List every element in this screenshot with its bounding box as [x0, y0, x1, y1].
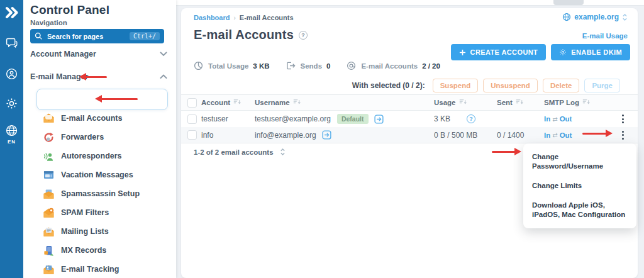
- forwarders-icon: [43, 131, 55, 143]
- purge-button[interactable]: Purge: [584, 79, 620, 92]
- sidebar-section-email-manager[interactable]: E-mail Manager: [23, 69, 176, 84]
- sidebar-item-mailing-lists[interactable]: Mailing Lists: [23, 222, 176, 241]
- search-input[interactable]: Search for pages Ctrl+/: [30, 29, 164, 43]
- enable-dkim-button[interactable]: ENABLE DKIM: [551, 44, 630, 60]
- sidebar-items: E-mail AccountsForwardersAutorespondersV…: [23, 109, 176, 278]
- sidebar-title: Control Panel: [30, 3, 109, 17]
- row-checkbox[interactable]: [187, 114, 197, 124]
- app-rail: EN: [0, 0, 23, 278]
- row-menu-kebab-icon[interactable]: [616, 113, 629, 125]
- menu-item-change-password-username[interactable]: Change Password/Username: [523, 147, 636, 176]
- unsuspend-button[interactable]: Unsuspend: [483, 79, 538, 92]
- pagination: 1-2 of 2 email accounts: [194, 148, 286, 156]
- username-cell: testuser@example.org Default: [255, 114, 434, 125]
- plus-icon: [459, 49, 466, 56]
- menu-item-download-apple-ios-ipados-mac-configurat[interactable]: Download Apple iOS, iPadOS, Mac Configur…: [523, 196, 636, 225]
- domain-selector[interactable]: example.org: [562, 13, 628, 21]
- sort-icon[interactable]: [516, 99, 524, 106]
- pagination-label: 1-2 of 2 email accounts: [194, 148, 274, 156]
- app-logo-icon[interactable]: [3, 3, 21, 21]
- email-tracking-icon: [43, 264, 55, 275]
- with-selected-toolbar: With selected (0 / 2): SuspendUnsuspendD…: [352, 79, 620, 92]
- domain-name: example.org: [574, 13, 619, 21]
- globe-small-icon: [562, 13, 571, 21]
- sidebar-item-vacation-messages[interactable]: Vacation Messages: [23, 165, 176, 184]
- smtp-out-link[interactable]: Out: [560, 115, 572, 123]
- usage-cell: 0 B / 500 MB: [434, 131, 497, 140]
- sort-icon[interactable]: [233, 99, 242, 106]
- row-checkbox[interactable]: [187, 130, 197, 140]
- username-cell: info@example.org: [255, 130, 434, 140]
- stat-sends: Sends0: [286, 61, 331, 71]
- sidebar-item-spamassassin-setup[interactable]: Spamassassin Setup: [23, 184, 176, 203]
- caret-updown-icon: [622, 13, 628, 21]
- select-all-checkbox[interactable]: [187, 98, 197, 108]
- sidebar-item-autoresponders[interactable]: Autoresponders: [23, 147, 176, 165]
- gear-small-icon: [559, 48, 567, 56]
- smtp-out-link[interactable]: Out: [560, 131, 572, 139]
- sidebar-item-forwarders[interactable]: Forwarders: [23, 128, 176, 147]
- table-row: testuser testuser@example.org Default 3 …: [181, 111, 638, 127]
- stat-total-usage: Total Usage3 KB: [194, 61, 270, 71]
- user-icon[interactable]: [5, 67, 18, 81]
- smtp-in-link[interactable]: In: [544, 115, 550, 123]
- menu-item-change-limits[interactable]: Change Limits: [523, 176, 636, 196]
- at-icon: [347, 61, 357, 71]
- topbar-button-partial: [553, 0, 584, 5]
- send-icon: [286, 61, 296, 71]
- gear-icon[interactable]: [5, 97, 18, 110]
- sidebar-item-mx-records[interactable]: MX Records: [23, 241, 176, 260]
- sort-icon[interactable]: [293, 99, 301, 106]
- pie-chart-icon: [194, 61, 204, 71]
- sidebar-item-e-mail-accounts[interactable]: E-mail Accounts: [23, 109, 176, 128]
- email-accounts-icon: [43, 113, 55, 125]
- page-title: E-mail Accounts ?: [194, 28, 308, 42]
- mailing-lists-icon: [43, 226, 55, 238]
- create-account-button[interactable]: CREATE ACCOUNT: [451, 44, 547, 60]
- delete-button[interactable]: Delete: [543, 79, 580, 92]
- breadcrumb-dashboard[interactable]: Dashboard: [194, 14, 230, 21]
- caret-updown-icon[interactable]: [280, 148, 286, 156]
- webmail-login-icon[interactable]: [374, 114, 384, 125]
- main-area: Dashboard › E-mail Accounts example.org …: [176, 0, 644, 278]
- language-label[interactable]: EN: [0, 139, 23, 145]
- usage-help-icon[interactable]: ?: [467, 114, 475, 123]
- chat-icon[interactable]: [5, 36, 18, 50]
- row-context-menu: Change Password/UsernameChange LimitsDow…: [523, 143, 636, 228]
- smtp-in-link[interactable]: In: [544, 131, 550, 139]
- email-accounts-table: Account Username Usage Sent SMTP Log tes…: [181, 94, 638, 143]
- title-help-icon[interactable]: ?: [299, 31, 308, 40]
- account-cell: testuser: [201, 114, 255, 123]
- sidebar-subtitle: Navigation: [30, 19, 67, 26]
- usage-stats: Total Usage3 KBSends0E-mail Accounts2 / …: [194, 61, 440, 71]
- sort-icon[interactable]: [459, 99, 467, 106]
- chevron-up-icon: [160, 74, 167, 79]
- header-actions: CREATE ACCOUNT ENABLE DKIM: [451, 44, 630, 60]
- mx-records-icon: [43, 245, 55, 257]
- sidebar-active-item-outline: [36, 89, 168, 110]
- usage-cell: 3 KB ?: [434, 114, 497, 123]
- table-header-row: Account Username Usage Sent SMTP Log: [181, 94, 638, 111]
- autoresponders-icon: [43, 150, 55, 162]
- sent-cell: 0 / 1400: [497, 131, 544, 140]
- smtp-log-cell: In ⇄ Out: [544, 115, 616, 123]
- swap-arrows-icon: ⇄: [552, 131, 557, 138]
- globe-icon[interactable]: [5, 124, 18, 137]
- table-row: info info@example.org 0 B / 500 MB 0 / 1…: [181, 127, 638, 143]
- suspend-button[interactable]: Suspend: [433, 79, 479, 92]
- webmail-login-icon[interactable]: [321, 130, 332, 140]
- sidebar-item-spam-filters[interactable]: SPAM Filters: [23, 203, 176, 222]
- sidebar-item-e-mail-tracking[interactable]: E-mail Tracking: [23, 260, 176, 278]
- row-menu-kebab-icon[interactable]: [616, 129, 629, 142]
- default-badge: Default: [337, 114, 369, 124]
- search-shortcut-badge: Ctrl+/: [130, 32, 160, 40]
- navigation-sidebar: Control Panel Navigation Search for page…: [23, 0, 176, 278]
- with-selected-label: With selected (0 / 2):: [352, 81, 425, 90]
- breadcrumb: Dashboard › E-mail Accounts: [194, 14, 294, 21]
- chevron-down-icon: [160, 52, 167, 57]
- sidebar-section-account-manager[interactable]: Account Manager: [23, 47, 176, 62]
- spam-filters-icon: [43, 207, 55, 219]
- sort-icon[interactable]: [582, 99, 591, 106]
- account-cell: info: [201, 131, 255, 140]
- email-usage-link[interactable]: E-mail Usage: [582, 32, 628, 40]
